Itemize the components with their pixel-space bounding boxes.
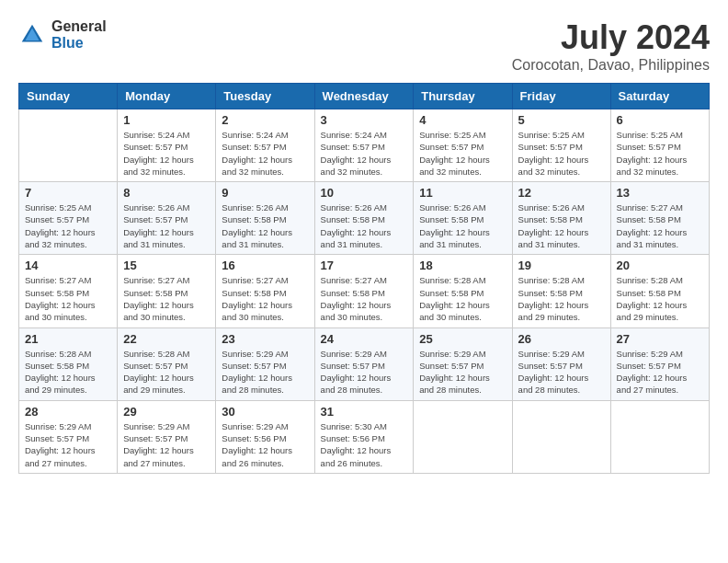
day-number: 17 bbox=[321, 259, 408, 272]
calendar-cell: 1Sunrise: 5:24 AM Sunset: 5:57 PM Daylig… bbox=[118, 109, 216, 182]
day-number: 4 bbox=[419, 113, 506, 127]
day-number: 15 bbox=[123, 259, 210, 272]
calendar-cell bbox=[610, 400, 709, 473]
day-number: 31 bbox=[321, 405, 408, 419]
day-number: 11 bbox=[419, 186, 506, 200]
calendar-cell: 23Sunrise: 5:29 AM Sunset: 5:57 PM Dayli… bbox=[216, 327, 314, 400]
day-number: 27 bbox=[617, 332, 703, 346]
calendar-cell: 4Sunrise: 5:25 AM Sunset: 5:57 PM Daylig… bbox=[414, 109, 512, 182]
day-info: Sunrise: 5:29 AM Sunset: 5:57 PM Dayligh… bbox=[25, 420, 111, 469]
day-number: 23 bbox=[222, 332, 308, 346]
day-number: 20 bbox=[617, 259, 703, 272]
weekday-wednesday: Wednesday bbox=[314, 84, 414, 109]
day-info: Sunrise: 5:29 AM Sunset: 5:57 PM Dayligh… bbox=[518, 348, 605, 396]
logo-blue: Blue bbox=[51, 35, 107, 52]
day-number: 30 bbox=[222, 405, 308, 419]
day-number: 29 bbox=[123, 405, 210, 419]
day-number: 18 bbox=[419, 259, 506, 272]
day-info: Sunrise: 5:28 AM Sunset: 5:58 PM Dayligh… bbox=[419, 274, 506, 323]
day-info: Sunrise: 5:26 AM Sunset: 5:58 PM Dayligh… bbox=[222, 201, 308, 250]
day-info: Sunrise: 5:27 AM Sunset: 5:58 PM Dayligh… bbox=[321, 274, 408, 323]
day-number: 8 bbox=[123, 186, 210, 200]
day-number: 5 bbox=[518, 113, 605, 127]
day-info: Sunrise: 5:25 AM Sunset: 5:57 PM Dayligh… bbox=[419, 129, 506, 178]
calendar-cell: 29Sunrise: 5:29 AM Sunset: 5:57 PM Dayli… bbox=[118, 400, 216, 473]
day-info: Sunrise: 5:24 AM Sunset: 5:57 PM Dayligh… bbox=[321, 129, 408, 178]
calendar-cell: 16Sunrise: 5:27 AM Sunset: 5:58 PM Dayli… bbox=[216, 255, 314, 327]
calendar-cell bbox=[512, 400, 610, 473]
calendar-cell: 5Sunrise: 5:25 AM Sunset: 5:57 PM Daylig… bbox=[512, 109, 610, 182]
day-info: Sunrise: 5:25 AM Sunset: 5:57 PM Dayligh… bbox=[25, 201, 111, 250]
day-info: Sunrise: 5:24 AM Sunset: 5:57 PM Dayligh… bbox=[123, 129, 210, 178]
day-info: Sunrise: 5:29 AM Sunset: 5:57 PM Dayligh… bbox=[617, 348, 703, 396]
day-number: 19 bbox=[518, 259, 605, 272]
calendar-cell: 15Sunrise: 5:27 AM Sunset: 5:58 PM Dayli… bbox=[118, 255, 216, 327]
day-number: 13 bbox=[617, 186, 703, 200]
calendar-table: SundayMondayTuesdayWednesdayThursdayFrid… bbox=[18, 83, 710, 474]
day-number: 28 bbox=[25, 405, 111, 419]
day-info: Sunrise: 5:29 AM Sunset: 5:57 PM Dayligh… bbox=[123, 420, 210, 469]
weekday-monday: Monday bbox=[118, 84, 216, 109]
day-info: Sunrise: 5:26 AM Sunset: 5:58 PM Dayligh… bbox=[321, 201, 408, 250]
calendar-cell: 31Sunrise: 5:30 AM Sunset: 5:56 PM Dayli… bbox=[314, 400, 414, 473]
day-number: 9 bbox=[222, 186, 308, 200]
calendar-cell bbox=[414, 400, 512, 473]
calendar-cell: 14Sunrise: 5:27 AM Sunset: 5:58 PM Dayli… bbox=[19, 255, 118, 327]
day-info: Sunrise: 5:28 AM Sunset: 5:58 PM Dayligh… bbox=[518, 274, 605, 323]
weekday-friday: Friday bbox=[512, 84, 610, 109]
calendar-cell: 11Sunrise: 5:26 AM Sunset: 5:58 PM Dayli… bbox=[414, 182, 512, 255]
day-number: 7 bbox=[25, 186, 111, 200]
calendar-cell: 27Sunrise: 5:29 AM Sunset: 5:57 PM Dayli… bbox=[610, 327, 709, 400]
calendar-cell: 9Sunrise: 5:26 AM Sunset: 5:58 PM Daylig… bbox=[216, 182, 314, 255]
day-info: Sunrise: 5:28 AM Sunset: 5:58 PM Dayligh… bbox=[617, 274, 703, 323]
calendar-cell bbox=[19, 109, 118, 182]
calendar-week-1: 1Sunrise: 5:24 AM Sunset: 5:57 PM Daylig… bbox=[19, 109, 710, 182]
weekday-header-row: SundayMondayTuesdayWednesdayThursdayFrid… bbox=[19, 84, 710, 109]
day-number: 1 bbox=[123, 113, 210, 127]
day-info: Sunrise: 5:29 AM Sunset: 5:56 PM Dayligh… bbox=[222, 420, 308, 469]
weekday-sunday: Sunday bbox=[19, 84, 118, 109]
calendar-cell: 17Sunrise: 5:27 AM Sunset: 5:58 PM Dayli… bbox=[314, 255, 414, 327]
weekday-saturday: Saturday bbox=[610, 84, 709, 109]
calendar-week-2: 7Sunrise: 5:25 AM Sunset: 5:57 PM Daylig… bbox=[19, 182, 710, 255]
logo-text: General Blue bbox=[51, 18, 107, 51]
day-number: 10 bbox=[321, 186, 408, 200]
page-header: General Blue July 2024 Corocotan, Davao,… bbox=[18, 18, 710, 74]
main-title: July 2024 bbox=[512, 18, 710, 57]
day-info: Sunrise: 5:25 AM Sunset: 5:57 PM Dayligh… bbox=[617, 129, 703, 178]
subtitle: Corocotan, Davao, Philippines bbox=[512, 57, 710, 74]
day-number: 16 bbox=[222, 259, 308, 272]
day-info: Sunrise: 5:24 AM Sunset: 5:57 PM Dayligh… bbox=[222, 129, 308, 178]
day-info: Sunrise: 5:26 AM Sunset: 5:57 PM Dayligh… bbox=[123, 201, 210, 250]
day-info: Sunrise: 5:29 AM Sunset: 5:57 PM Dayligh… bbox=[419, 348, 506, 396]
day-info: Sunrise: 5:27 AM Sunset: 5:58 PM Dayligh… bbox=[617, 201, 703, 250]
calendar-cell: 20Sunrise: 5:28 AM Sunset: 5:58 PM Dayli… bbox=[610, 255, 709, 327]
day-number: 22 bbox=[123, 332, 210, 346]
day-info: Sunrise: 5:27 AM Sunset: 5:58 PM Dayligh… bbox=[222, 274, 308, 323]
calendar-cell: 24Sunrise: 5:29 AM Sunset: 5:57 PM Dayli… bbox=[314, 327, 414, 400]
day-info: Sunrise: 5:30 AM Sunset: 5:56 PM Dayligh… bbox=[321, 420, 408, 469]
day-info: Sunrise: 5:29 AM Sunset: 5:57 PM Dayligh… bbox=[321, 348, 408, 396]
title-block: July 2024 Corocotan, Davao, Philippines bbox=[512, 18, 710, 74]
day-number: 2 bbox=[222, 113, 308, 127]
calendar-cell: 25Sunrise: 5:29 AM Sunset: 5:57 PM Dayli… bbox=[414, 327, 512, 400]
day-number: 25 bbox=[419, 332, 506, 346]
day-info: Sunrise: 5:27 AM Sunset: 5:58 PM Dayligh… bbox=[123, 274, 210, 323]
logo-general: General bbox=[51, 18, 107, 35]
calendar-cell: 8Sunrise: 5:26 AM Sunset: 5:57 PM Daylig… bbox=[118, 182, 216, 255]
calendar-week-5: 28Sunrise: 5:29 AM Sunset: 5:57 PM Dayli… bbox=[19, 400, 710, 473]
day-number: 12 bbox=[518, 186, 605, 200]
calendar-cell: 7Sunrise: 5:25 AM Sunset: 5:57 PM Daylig… bbox=[19, 182, 118, 255]
calendar-cell: 26Sunrise: 5:29 AM Sunset: 5:57 PM Dayli… bbox=[512, 327, 610, 400]
logo-icon bbox=[18, 21, 46, 49]
calendar-cell: 13Sunrise: 5:27 AM Sunset: 5:58 PM Dayli… bbox=[610, 182, 709, 255]
weekday-tuesday: Tuesday bbox=[216, 84, 314, 109]
day-number: 14 bbox=[25, 259, 111, 272]
day-info: Sunrise: 5:28 AM Sunset: 5:58 PM Dayligh… bbox=[25, 348, 111, 396]
weekday-thursday: Thursday bbox=[414, 84, 512, 109]
day-number: 21 bbox=[25, 332, 111, 346]
day-number: 24 bbox=[321, 332, 408, 346]
day-info: Sunrise: 5:26 AM Sunset: 5:58 PM Dayligh… bbox=[518, 201, 605, 250]
calendar-cell: 18Sunrise: 5:28 AM Sunset: 5:58 PM Dayli… bbox=[414, 255, 512, 327]
calendar-cell: 28Sunrise: 5:29 AM Sunset: 5:57 PM Dayli… bbox=[19, 400, 118, 473]
